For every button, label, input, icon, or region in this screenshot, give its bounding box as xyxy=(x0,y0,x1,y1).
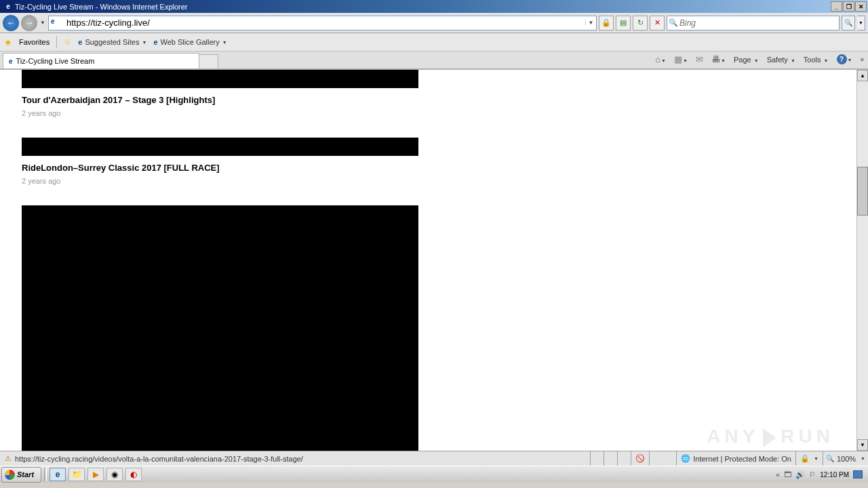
tray-flag-icon[interactable]: ⚐ xyxy=(809,470,816,479)
page-content: Tour d'Azerbaidjan 2017 – Stage 3 [Highl… xyxy=(0,70,856,451)
taskbar-app-media[interactable]: ▶ xyxy=(87,468,104,481)
taskbar-app-ie[interactable]: e xyxy=(50,468,66,481)
taskbar-app-chrome[interactable]: ◉ xyxy=(106,468,123,481)
tab-current[interactable]: e Tiz-Cycling Live Stream xyxy=(3,53,199,68)
video-card[interactable]: Volta a la Comunitat Valenciana 2017 – S… xyxy=(22,205,418,451)
minimize-button[interactable]: _ xyxy=(831,1,842,12)
search-dropdown[interactable]: ▼ xyxy=(857,16,865,30)
separator xyxy=(56,36,57,48)
window-title: Tiz-Cycling Live Stream - Windows Intern… xyxy=(15,3,831,11)
tray-expand-icon[interactable]: « xyxy=(776,470,780,479)
navigation-bar: ← → ▼ e ▼ 🔒 ▤ ↻ ✕ 🔍 🔍 ▼ xyxy=(0,13,868,33)
start-button[interactable]: Start xyxy=(1,467,41,483)
help-button[interactable]: ?▼ xyxy=(837,54,852,64)
add-favorite-icon[interactable]: ☆ xyxy=(64,37,71,47)
video-title[interactable]: RideLondon–Surrey Classic 2017 [FULL RAC… xyxy=(22,163,418,173)
scroll-down-button[interactable]: ▼ xyxy=(857,439,868,451)
new-tab-button[interactable] xyxy=(199,54,218,68)
stop-button[interactable]: ✕ xyxy=(650,16,665,30)
tab-label: Tiz-Cycling Live Stream xyxy=(16,57,95,65)
protected-mode-icon[interactable]: 🔒▼ xyxy=(795,451,823,466)
popup-blocked-icon[interactable]: 🚫 xyxy=(631,451,649,466)
web-slice-gallery-link[interactable]: e Web Slice Gallery ▼ xyxy=(153,38,226,46)
favorites-star-icon[interactable]: ★ xyxy=(4,37,12,47)
lock-icon[interactable]: 🔒 xyxy=(599,16,614,30)
address-bar[interactable]: e ▼ xyxy=(48,16,597,30)
forward-button[interactable]: → xyxy=(21,15,37,31)
ie-icon: e xyxy=(9,58,13,65)
suggested-sites-link[interactable]: e Suggested Sites ▼ xyxy=(78,38,146,46)
watermark: ANYRUN xyxy=(707,426,834,447)
chevron-down-icon: ▼ xyxy=(142,40,147,45)
video-card[interactable]: RideLondon–Surrey Classic 2017 [FULL RAC… xyxy=(22,138,418,185)
video-thumbnail[interactable] xyxy=(22,70,418,88)
nav-history-dropdown[interactable]: ▼ xyxy=(39,20,46,26)
viewport: Tour d'Azerbaidjan 2017 – Stage 3 [Highl… xyxy=(0,70,868,451)
scroll-thumb[interactable] xyxy=(857,167,868,216)
status-seg xyxy=(617,451,631,466)
safety-menu[interactable]: Safety ▼ xyxy=(767,56,795,64)
favorites-label[interactable]: Favorites xyxy=(19,38,50,46)
system-tray: « 🗔 🔊 ⚐ 12:10 PM xyxy=(776,470,868,479)
start-orb-icon xyxy=(5,470,15,480)
scroll-up-button[interactable]: ▲ xyxy=(857,70,868,81)
ie-icon: e xyxy=(153,38,157,46)
taskbar: Start e 📁 ▶ ◉ ◐ « 🗔 🔊 ⚐ 12:10 PM xyxy=(0,466,868,483)
overflow-button[interactable]: » xyxy=(860,56,864,63)
back-button[interactable]: ← xyxy=(3,15,19,31)
status-seg xyxy=(649,451,676,466)
compat-view-icon[interactable]: ▤ xyxy=(616,16,631,30)
video-title[interactable]: Tour d'Azerbaidjan 2017 – Stage 3 [Highl… xyxy=(22,95,418,105)
tools-menu[interactable]: Tools ▼ xyxy=(804,56,829,64)
scroll-track[interactable] xyxy=(857,81,868,439)
mail-button[interactable]: ✉ xyxy=(696,54,703,64)
clock[interactable]: 12:10 PM xyxy=(820,471,849,479)
zoom-control[interactable]: 🔍 100% ▼ xyxy=(823,451,868,466)
address-dropdown[interactable]: ▼ xyxy=(585,20,596,26)
vertical-scrollbar[interactable]: ▲ ▼ xyxy=(856,70,868,451)
separator xyxy=(44,468,47,481)
print-button[interactable]: 🖶▼ xyxy=(711,54,726,64)
search-icon: 🔍 xyxy=(667,18,679,27)
title-bar: e Tiz-Cycling Live Stream - Windows Inte… xyxy=(0,0,868,13)
favorites-bar: ★ Favorites ☆ e Suggested Sites ▼ e Web … xyxy=(0,33,868,52)
tray-icon[interactable]: 🗔 xyxy=(784,470,791,479)
tray-volume-icon[interactable]: 🔊 xyxy=(795,470,805,479)
page-menu[interactable]: Page ▼ xyxy=(734,56,759,64)
video-meta: 2 years ago xyxy=(22,177,418,185)
maximize-button[interactable]: ❐ xyxy=(843,1,854,12)
tab-bar: e Tiz-Cycling Live Stream ⌂▼ ▦▼ ✉ 🖶▼ Pag… xyxy=(0,52,868,70)
ie-icon: e xyxy=(3,2,13,12)
search-bar[interactable]: 🔍 xyxy=(667,16,840,30)
status-url: https://tiz-cycling.racing/videos/volta-… xyxy=(14,455,590,463)
show-desktop-button[interactable] xyxy=(853,470,863,479)
video-card[interactable]: Tour d'Azerbaidjan 2017 – Stage 3 [Highl… xyxy=(22,70,418,117)
search-input[interactable] xyxy=(679,18,839,28)
ie-icon: e xyxy=(78,38,82,46)
status-bar: ⚠ https://tiz-cycling.racing/videos/volt… xyxy=(0,451,868,466)
status-seg xyxy=(590,451,604,466)
video-thumbnail[interactable] xyxy=(22,205,418,451)
url-input[interactable] xyxy=(64,18,585,28)
home-button[interactable]: ⌂▼ xyxy=(655,54,666,64)
video-meta: 2 years ago xyxy=(22,109,418,117)
chevron-down-icon: ▼ xyxy=(222,40,227,45)
page-icon: e xyxy=(51,18,62,28)
taskbar-app-explorer[interactable]: 📁 xyxy=(68,468,85,481)
taskbar-app-shield[interactable]: ◐ xyxy=(125,468,142,481)
search-button[interactable]: 🔍 xyxy=(842,16,855,30)
globe-icon: 🌐 xyxy=(681,454,690,463)
feeds-button[interactable]: ▦▼ xyxy=(674,54,688,64)
warning-icon[interactable]: ⚠ xyxy=(3,454,14,463)
close-button[interactable]: ✕ xyxy=(855,1,867,12)
video-thumbnail[interactable] xyxy=(22,138,418,156)
security-zone[interactable]: 🌐 Internet | Protected Mode: On xyxy=(676,451,795,466)
refresh-button[interactable]: ↻ xyxy=(633,16,648,30)
status-seg xyxy=(604,451,617,466)
